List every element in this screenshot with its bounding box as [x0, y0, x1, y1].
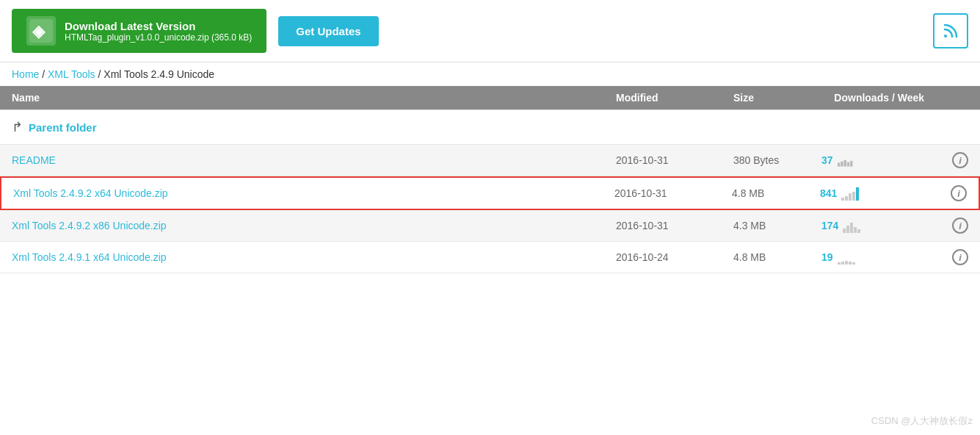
svg-rect-10: [849, 193, 852, 201]
size-cell: 4.8 MB: [733, 251, 821, 263]
svg-rect-3: [838, 162, 840, 166]
file-name-cell: Xml Tools 2.4.9.2 x86 Unicode.zip: [12, 220, 616, 231]
table-header: Name Modified Size Downloads / Week: [0, 86, 980, 109]
sf-logo-icon: ◈: [26, 16, 56, 46]
file-link[interactable]: Xml Tools 2.4.9.2 x86 Unicode.zip: [12, 220, 167, 231]
info-button[interactable]: i: [952, 218, 968, 234]
svg-rect-6: [846, 162, 849, 167]
download-chart: [838, 250, 858, 265]
downloads-cell: 841 i: [820, 185, 967, 201]
svg-rect-16: [854, 227, 857, 233]
col-modified-header: Modified: [616, 92, 733, 104]
file-name-cell: Xml Tools 2.4.9.1 x64 Unicode.zip: [12, 251, 616, 263]
table-row: Xml Tools 2.4.9.2 x64 Unicode.zip 2016-1…: [0, 176, 980, 210]
file-name-cell: README: [12, 154, 616, 166]
size-cell: 4.8 MB: [732, 187, 820, 199]
table-row: Xml Tools 2.4.9.1 x64 Unicode.zip 2016-1…: [0, 242, 980, 273]
download-chart: [841, 186, 862, 201]
svg-rect-5: [843, 160, 846, 167]
download-button-subtitle: HTMLTag_plugin_v1.0.0_unicode.zip (365.0…: [65, 32, 252, 43]
col-downloads-header: Downloads / Week: [821, 92, 968, 104]
download-count: 174: [821, 220, 838, 231]
download-count: 37: [821, 154, 833, 166]
size-cell: 4.3 MB: [733, 220, 821, 231]
svg-rect-15: [850, 223, 853, 233]
file-name-cell: Xml Tools 2.4.9.2 x64 Unicode.zip: [13, 187, 614, 199]
header: ◈ Download Latest Version HTMLTag_plugin…: [0, 0, 980, 62]
svg-rect-20: [845, 261, 848, 265]
col-size-header: Size: [733, 92, 821, 104]
svg-rect-11: [852, 192, 855, 201]
svg-rect-13: [843, 229, 846, 233]
svg-rect-17: [857, 229, 860, 233]
rss-button[interactable]: [933, 13, 968, 48]
download-button-title: Download Latest Version: [65, 20, 195, 32]
file-link[interactable]: README: [12, 154, 56, 166]
download-button-text: Download Latest Version HTMLTag_plugin_v…: [65, 20, 252, 43]
svg-rect-21: [849, 262, 852, 265]
download-count: 19: [821, 251, 833, 263]
download-chart: [843, 218, 863, 233]
downloads-cell: 37 i: [821, 152, 968, 168]
breadcrumb-home[interactable]: Home: [12, 68, 39, 80]
breadcrumb-xml-tools[interactable]: XML Tools: [48, 68, 95, 80]
svg-rect-8: [841, 198, 844, 201]
info-button[interactable]: i: [952, 152, 968, 168]
svg-rect-19: [841, 262, 844, 265]
file-table: ↱ Parent folder README 2016-10-31 380 By…: [0, 109, 980, 273]
info-button[interactable]: i: [952, 249, 968, 265]
downloads-cell: 19 i: [821, 249, 968, 265]
svg-rect-14: [846, 226, 849, 233]
table-row: Xml Tools 2.4.9.2 x86 Unicode.zip 2016-1…: [0, 210, 980, 242]
modified-cell: 2016-10-24: [616, 251, 733, 263]
table-row: README 2016-10-31 380 Bytes 37 i: [0, 145, 980, 176]
parent-folder-row: ↱ Parent folder: [0, 110, 980, 145]
file-link[interactable]: Xml Tools 2.4.9.1 x64 Unicode.zip: [12, 251, 167, 263]
svg-text:◈: ◈: [32, 22, 46, 40]
svg-rect-4: [841, 162, 843, 167]
parent-folder-link[interactable]: Parent folder: [29, 121, 97, 134]
file-link[interactable]: Xml Tools 2.4.9.2 x64 Unicode.zip: [13, 187, 168, 199]
svg-rect-18: [838, 262, 841, 265]
rss-icon: [942, 22, 959, 40]
breadcrumb: Home / XML Tools / Xml Tools 2.4.9 Unico…: [0, 62, 980, 86]
svg-rect-22: [852, 262, 855, 265]
col-name-header: Name: [12, 92, 616, 104]
svg-rect-9: [845, 196, 848, 201]
get-updates-button[interactable]: Get Updates: [278, 16, 378, 46]
download-count: 841: [820, 187, 837, 199]
size-cell: 380 Bytes: [733, 154, 821, 166]
parent-folder-icon: ↱: [12, 119, 23, 135]
info-button[interactable]: i: [951, 185, 967, 201]
breadcrumb-current: Xml Tools 2.4.9 Unicode: [104, 68, 214, 80]
svg-point-2: [944, 35, 947, 37]
svg-rect-7: [850, 161, 852, 167]
modified-cell: 2016-10-31: [616, 154, 733, 166]
download-chart: [838, 154, 855, 167]
modified-cell: 2016-10-31: [616, 220, 733, 231]
downloads-cell: 174 i: [821, 218, 968, 234]
modified-cell: 2016-10-31: [614, 187, 732, 199]
download-latest-button[interactable]: ◈ Download Latest Version HTMLTag_plugin…: [12, 9, 266, 53]
svg-rect-12: [856, 187, 859, 201]
